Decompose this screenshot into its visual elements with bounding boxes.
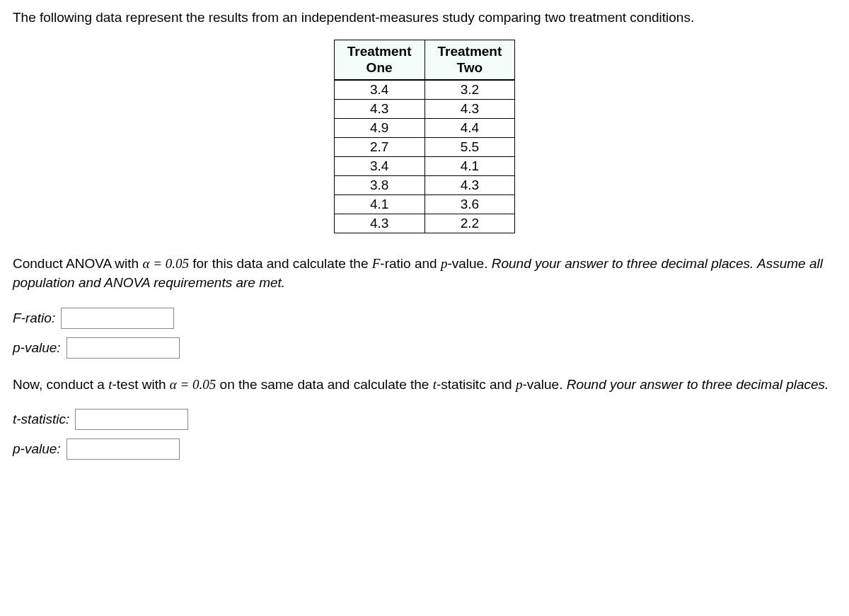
text: -ratio and <box>380 256 441 271</box>
intro-text: The following data represent the results… <box>13 8 836 27</box>
text: -statisitc and <box>437 377 516 392</box>
col-header-treatment-two: Treatment Two <box>424 40 515 80</box>
p-value2-row: p-value: <box>13 438 836 460</box>
p-value-label: p-value: <box>13 340 61 356</box>
cell: 2.7 <box>334 138 424 157</box>
cell: 4.1 <box>334 195 424 214</box>
table-row: 3.84.3 <box>334 176 515 195</box>
text: for this data and calculate the <box>189 256 372 271</box>
cell: 3.8 <box>334 176 424 195</box>
cell: 3.4 <box>334 157 424 176</box>
t-statistic-label: t-statistic: <box>13 412 69 427</box>
p-value2-input[interactable] <box>67 438 180 460</box>
text: Conduct ANOVA with <box>13 256 142 271</box>
table-body: 3.43.2 4.34.3 4.94.4 2.75.5 3.44.1 3.84.… <box>334 80 515 233</box>
cell: 4.1 <box>424 157 515 176</box>
anova-instruction: Conduct ANOVA with α = 0.05 for this dat… <box>13 255 836 292</box>
alpha-expression: α = 0.05 <box>142 256 189 271</box>
p-var: p <box>441 256 448 271</box>
text: -test with <box>112 377 169 392</box>
f-ratio-label: F-ratio: <box>13 310 55 326</box>
cell: 2.2 <box>424 214 515 233</box>
table-row: 4.34.3 <box>334 100 515 119</box>
cell: 3.2 <box>424 80 515 100</box>
table-row: 4.94.4 <box>334 119 515 138</box>
header-text: Treatment <box>438 44 502 59</box>
text: -value. <box>447 256 491 271</box>
text: Now, conduct a <box>13 377 108 392</box>
cell: 3.4 <box>334 80 424 100</box>
table-row: 3.44.1 <box>334 157 515 176</box>
cell: 4.4 <box>424 119 515 138</box>
ttest-instruction: Now, conduct a t-test with α = 0.05 on t… <box>13 376 836 395</box>
col-header-treatment-one: Treatment One <box>334 40 424 80</box>
table-row: 2.75.5 <box>334 138 515 157</box>
p-value-row: p-value: <box>13 337 836 359</box>
cell: 4.9 <box>334 119 424 138</box>
t-statistic-input[interactable] <box>75 409 188 430</box>
cell: 4.3 <box>334 214 424 233</box>
header-text: Two <box>457 60 483 75</box>
header-text: Treatment <box>347 44 412 59</box>
cell: 4.3 <box>424 100 515 119</box>
text: on the same data and calculate the <box>216 377 432 392</box>
cell: 4.3 <box>424 176 515 195</box>
italic-instruction: Round your answer to three decimal place… <box>567 377 829 392</box>
cell: 5.5 <box>424 138 515 157</box>
cell: 3.6 <box>424 195 515 214</box>
p-var: p <box>516 377 523 392</box>
t-statistic-row: t-statistic: <box>13 409 836 430</box>
alpha-expression: α = 0.05 <box>170 377 216 392</box>
table-row: 3.43.2 <box>334 80 515 100</box>
cell: 4.3 <box>334 100 424 119</box>
text: -value. <box>522 377 566 392</box>
p-value-input[interactable] <box>67 337 180 359</box>
f-var: F <box>372 256 381 271</box>
data-table: Treatment One Treatment Two 3.43.2 4.34.… <box>334 40 516 234</box>
table-row: 4.32.2 <box>334 214 515 233</box>
table-row: 4.13.6 <box>334 195 515 214</box>
p-value2-label: p-value: <box>13 441 61 457</box>
f-ratio-input[interactable] <box>61 308 174 329</box>
f-ratio-row: F-ratio: <box>13 308 836 329</box>
table-header-row: Treatment One Treatment Two <box>334 40 515 80</box>
header-text: One <box>366 60 393 75</box>
